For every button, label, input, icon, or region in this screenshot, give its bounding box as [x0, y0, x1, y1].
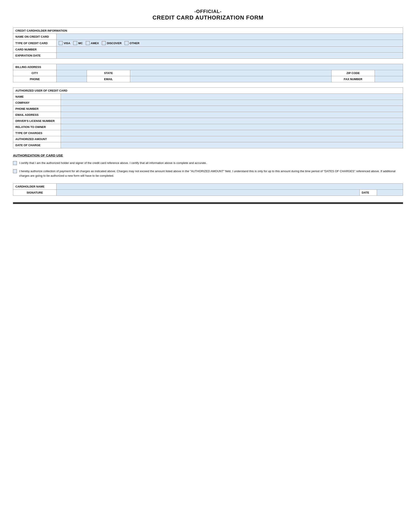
- au-charges-label: TYPE OF CHARGES: [13, 130, 61, 136]
- au-date-label: DATE OF CHARGE: [13, 142, 61, 148]
- type-of-cc-value: VISA MC AMEX DISCOVER OTHER: [57, 40, 403, 47]
- au-company-label: COMPANY: [13, 100, 61, 106]
- au-amount-value[interactable]: [61, 136, 403, 142]
- sig-date-inner: DATE: [57, 190, 403, 196]
- signature-table: CARDHOLDER NAME SIGNATURE DATE: [13, 183, 403, 196]
- mc-label: MC: [78, 42, 83, 45]
- discover-label: DISCOVER: [107, 42, 122, 45]
- cc-option-other[interactable]: OTHER: [125, 41, 140, 45]
- zip-value[interactable]: [375, 70, 403, 76]
- au-email-value[interactable]: [61, 112, 403, 118]
- au-name-label: NAME: [13, 94, 61, 100]
- cardholder-name-value[interactable]: [57, 183, 403, 190]
- page-title: -OFFICIAL- CREDIT CARD AUTHORIZATION FOR…: [13, 9, 403, 21]
- au-relation-value[interactable]: [61, 124, 403, 130]
- email-value[interactable]: [130, 76, 331, 82]
- fax-label: FAX NUMBER: [331, 76, 375, 82]
- cardholder-info-table: CREDIT CARDHOLDER INFORMATION NAME ON CR…: [13, 28, 403, 59]
- discover-checkbox[interactable]: [102, 41, 106, 45]
- main-title: CREDIT CARD AUTHORIZATION FORM: [13, 14, 403, 21]
- au-amount-label: AUTHORIZED AMOUNT: [13, 136, 61, 142]
- date-label: DATE: [359, 190, 377, 196]
- signature-label: SIGNATURE: [13, 190, 57, 196]
- type-of-cc-label: TYPE OF CREDIT CARD: [13, 40, 57, 47]
- au-license-label: DRIVER'S LICENSE NUMBER: [13, 118, 61, 124]
- amex-checkbox[interactable]: [86, 41, 90, 45]
- mc-checkbox[interactable]: [73, 41, 77, 45]
- au-phone-value[interactable]: [61, 106, 403, 112]
- card-number-value[interactable]: [57, 47, 403, 53]
- auth-para-2: I hereby authorize collection of payment…: [13, 169, 403, 178]
- authorized-user-header: AUTHORIZED USER OF CREDIT CARD: [13, 88, 403, 94]
- sig-field[interactable]: [57, 190, 359, 196]
- billing-address-table: BILLING ADDRESS CITY STATE ZIP CODE PHON…: [13, 64, 403, 82]
- billing-address-label: BILLING ADDRESS: [13, 64, 57, 70]
- cardholder-info-header: CREDIT CARDHOLDER INFORMATION: [13, 28, 403, 34]
- auth-title: AUTHORIZATION OF CARD USE: [13, 153, 403, 157]
- billing-address-value[interactable]: [57, 64, 403, 70]
- email-label: EMAIL: [87, 76, 130, 82]
- auth-checkbox-2[interactable]: [13, 169, 17, 173]
- other-label: OTHER: [130, 42, 140, 45]
- visa-label: VISA: [64, 42, 70, 45]
- au-license-value[interactable]: [61, 118, 403, 124]
- zip-label: ZIP CODE: [331, 70, 375, 76]
- card-number-label: CARD NUMBER: [13, 47, 57, 53]
- expiration-date-label: EXPIRATION DATE: [13, 53, 57, 59]
- auth-checkbox-1[interactable]: [13, 161, 17, 165]
- city-label: CITY: [13, 70, 57, 76]
- city-value[interactable]: [57, 70, 87, 76]
- au-phone-label: PHONE NUMBER: [13, 106, 61, 112]
- cc-option-amex[interactable]: AMEX: [86, 41, 99, 45]
- name-on-card-value[interactable]: [57, 34, 403, 40]
- phone-label: PHONE: [13, 76, 57, 82]
- official-label: -OFFICIAL-: [13, 9, 403, 14]
- au-email-label: EMAIL ADDRESS: [13, 112, 61, 118]
- authorization-section: AUTHORIZATION OF CARD USE I certify that…: [13, 153, 403, 178]
- state-label: STATE: [87, 70, 130, 76]
- footer-bar: [13, 202, 403, 204]
- cc-option-mc[interactable]: MC: [73, 41, 83, 45]
- auth-para-2-text: I hereby authorize collection of payment…: [19, 169, 403, 178]
- other-checkbox[interactable]: [125, 41, 128, 45]
- au-name-value[interactable]: [61, 94, 403, 100]
- fax-value[interactable]: [375, 76, 403, 82]
- signature-value: DATE: [57, 190, 403, 196]
- au-company-value[interactable]: [61, 100, 403, 106]
- auth-para-1: I certify that I am the authorized holde…: [13, 161, 403, 165]
- amex-label: AMEX: [91, 42, 99, 45]
- au-charges-value[interactable]: [61, 130, 403, 136]
- au-date-value[interactable]: [61, 142, 403, 148]
- date-value[interactable]: [377, 190, 403, 196]
- cc-option-visa[interactable]: VISA: [59, 41, 70, 45]
- authorized-user-table: AUTHORIZED USER OF CREDIT CARD NAME COMP…: [13, 87, 403, 148]
- au-relation-label: RELATION TO OWNER: [13, 124, 61, 130]
- visa-checkbox[interactable]: [59, 41, 63, 45]
- cc-type-row: VISA MC AMEX DISCOVER OTHER: [59, 41, 401, 45]
- expiration-date-value[interactable]: [57, 53, 403, 59]
- phone-value[interactable]: [57, 76, 87, 82]
- state-value[interactable]: [130, 70, 331, 76]
- auth-para-1-text: I certify that I am the authorized holde…: [19, 161, 403, 165]
- cardholder-name-label: CARDHOLDER NAME: [13, 183, 57, 190]
- name-on-card-label: NAME ON CREDIT CARD: [13, 34, 57, 40]
- cc-option-discover[interactable]: DISCOVER: [102, 41, 122, 45]
